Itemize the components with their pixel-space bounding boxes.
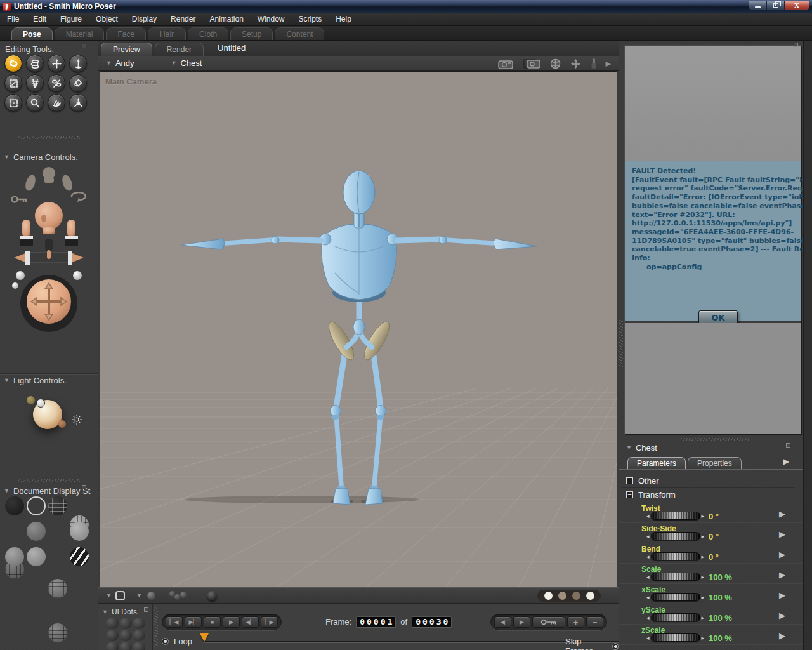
rotate-tool-button[interactable] bbox=[4, 55, 22, 72]
tab-properties[interactable]: Properties bbox=[688, 457, 742, 469]
twist-tool-button[interactable] bbox=[26, 55, 44, 72]
param-menu-icon[interactable]: ▶ bbox=[779, 631, 785, 640]
param-menu-icon[interactable]: ▶ bbox=[779, 611, 785, 620]
panel-options-button[interactable] bbox=[144, 607, 148, 612]
document-style-icon[interactable] bbox=[115, 591, 125, 600]
tracking-full-dot[interactable] bbox=[544, 592, 553, 600]
side-side-dial[interactable]: ◂▸ bbox=[646, 532, 704, 540]
menu-file[interactable]: File bbox=[0, 13, 26, 25]
collapse-triangle-icon[interactable]: ▼ bbox=[4, 378, 10, 383]
collapse-triangle-icon[interactable]: ▼ bbox=[102, 609, 108, 615]
total-frames-field[interactable]: 00030 bbox=[412, 616, 452, 627]
menu-animation[interactable]: Animation bbox=[202, 13, 250, 25]
style-texture-shaded[interactable] bbox=[70, 547, 89, 566]
add-keyframe-button[interactable] bbox=[532, 616, 565, 628]
panel-options-button[interactable] bbox=[786, 443, 790, 448]
translate-tool-button[interactable] bbox=[48, 55, 65, 72]
yscale-dial[interactable]: ◂▸ bbox=[646, 613, 704, 621]
dial-bar[interactable] bbox=[651, 633, 700, 642]
menu-display[interactable]: Display bbox=[125, 13, 164, 25]
section-divider[interactable] bbox=[16, 136, 80, 139]
ground-shadow-ball-icon[interactable] bbox=[207, 591, 217, 600]
collapse-checkbox[interactable]: − bbox=[626, 477, 633, 484]
dial-bar[interactable] bbox=[651, 532, 700, 540]
expand-right-icon[interactable]: ▶ bbox=[606, 60, 611, 67]
menu-object[interactable]: Object bbox=[89, 13, 125, 25]
tabs-overflow-icon[interactable]: ▶ bbox=[783, 457, 789, 466]
restore-button[interactable] bbox=[767, 1, 785, 10]
direct-manipulation-tool-button[interactable] bbox=[69, 94, 87, 112]
light-controls[interactable] bbox=[0, 388, 98, 477]
tracking-bounding-dot[interactable] bbox=[572, 592, 580, 600]
style-flat-shaded[interactable] bbox=[27, 522, 46, 541]
collapse-triangle-icon[interactable]: ▼ bbox=[4, 154, 10, 160]
color-tool-button[interactable] bbox=[69, 74, 87, 92]
menu-render[interactable]: Render bbox=[164, 13, 202, 25]
collapse-triangle-icon[interactable]: ▼ bbox=[626, 445, 632, 451]
camera-controls-graphic[interactable] bbox=[6, 164, 92, 334]
tab-pose[interactable]: Pose bbox=[11, 27, 53, 40]
scale-tool-button[interactable] bbox=[4, 74, 22, 92]
style-silhouette[interactable] bbox=[5, 496, 24, 515]
chevron-down-icon[interactable]: ▼ bbox=[136, 593, 142, 599]
style-smooth-shaded[interactable] bbox=[5, 547, 24, 566]
light-dot-2[interactable] bbox=[36, 399, 45, 408]
move-cross-icon[interactable] bbox=[570, 58, 582, 69]
panel-options-button[interactable] bbox=[82, 485, 86, 489]
ui-dot[interactable] bbox=[133, 630, 145, 641]
style-shaded-lined[interactable] bbox=[48, 623, 67, 642]
camera-select-icon[interactable] bbox=[523, 58, 541, 69]
tracking-fast-dot[interactable] bbox=[558, 592, 566, 600]
trackball-icon[interactable] bbox=[550, 58, 561, 69]
playhead-marker[interactable] bbox=[200, 633, 209, 642]
light-dot-1[interactable] bbox=[27, 396, 35, 404]
style-outline[interactable] bbox=[27, 496, 46, 515]
twist-dial[interactable]: ◂▸ bbox=[646, 512, 704, 520]
figure-dropdown[interactable]: ▼ Andy bbox=[106, 58, 134, 68]
last-frame-button[interactable]: ▶▏ bbox=[185, 616, 202, 628]
grouping-tool-button[interactable] bbox=[4, 94, 22, 112]
dial-bar[interactable] bbox=[651, 613, 700, 621]
param-menu-icon[interactable]: ▶ bbox=[779, 570, 785, 580]
step-forward-button[interactable]: ▏▶ bbox=[261, 616, 278, 628]
style-smooth-lined[interactable] bbox=[27, 547, 46, 566]
tab-face[interactable]: Face bbox=[106, 27, 146, 40]
panel-divider[interactable] bbox=[154, 607, 158, 647]
tab-content[interactable]: Content bbox=[275, 27, 324, 40]
ui-dot[interactable] bbox=[106, 618, 119, 629]
style-wireframe[interactable] bbox=[48, 496, 67, 515]
camera-icon[interactable] bbox=[498, 58, 514, 69]
taper-tool-button[interactable] bbox=[26, 74, 44, 92]
xscale-dial[interactable]: ◂▸ bbox=[646, 593, 704, 601]
step-back-button[interactable]: ◀▏ bbox=[242, 616, 259, 628]
tab-setup[interactable]: Setup bbox=[230, 27, 273, 40]
collapse-triangle-icon[interactable]: ▼ bbox=[4, 488, 10, 494]
tab-material[interactable]: Material bbox=[55, 27, 105, 40]
current-frame-field[interactable]: 00001 bbox=[356, 616, 396, 627]
param-menu-icon[interactable]: ▶ bbox=[779, 550, 785, 559]
light-dot-3[interactable] bbox=[58, 420, 66, 428]
ui-dot[interactable] bbox=[119, 618, 132, 629]
ui-dot[interactable] bbox=[119, 630, 132, 641]
dial-bar[interactable] bbox=[651, 593, 700, 601]
param-menu-icon[interactable]: ▶ bbox=[779, 529, 785, 539]
ui-dot[interactable] bbox=[106, 642, 119, 650]
tracking-silhouette-dot[interactable] bbox=[586, 592, 594, 600]
dial-bar[interactable] bbox=[651, 552, 700, 560]
remove-frames-button[interactable]: − bbox=[586, 616, 603, 628]
close-button[interactable]: X bbox=[785, 1, 809, 10]
tab-parameters[interactable]: Parameters bbox=[627, 457, 686, 469]
panel-resize-grip[interactable] bbox=[619, 320, 623, 368]
tab-cloth[interactable]: Cloth bbox=[188, 27, 228, 40]
previous-key-button[interactable]: ◀ bbox=[494, 616, 511, 628]
ui-dot[interactable] bbox=[119, 642, 132, 650]
bend-dial[interactable]: ◂▸ bbox=[646, 552, 704, 560]
menu-figure[interactable]: Figure bbox=[53, 13, 89, 25]
minimize-button[interactable] bbox=[749, 1, 767, 10]
section-divider[interactable] bbox=[16, 479, 80, 482]
depth-cue-ball-icon[interactable] bbox=[147, 592, 155, 600]
add-frames-button[interactable]: + bbox=[567, 616, 584, 628]
sun-icon[interactable] bbox=[71, 414, 82, 425]
first-frame-button[interactable]: ▏◀ bbox=[166, 616, 183, 628]
morphing-tool-button[interactable] bbox=[48, 94, 65, 112]
